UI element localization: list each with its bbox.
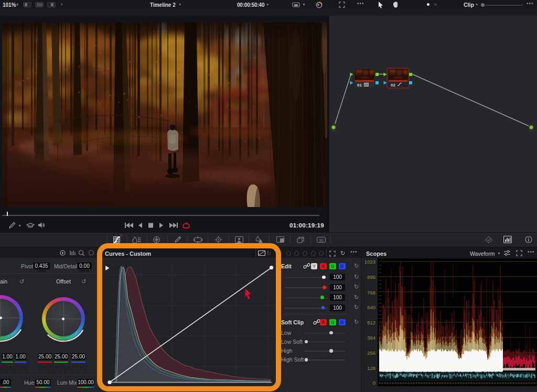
svg-text:3D: 3D bbox=[319, 238, 324, 242]
